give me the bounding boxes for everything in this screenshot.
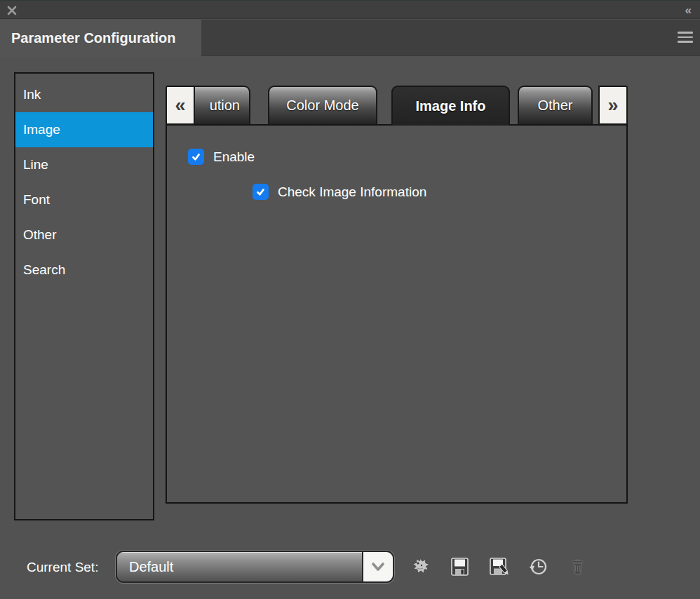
check-image-information-label: Check Image Information (278, 184, 426, 200)
settings-tab-bar: ution « Color Mode Image Info Other » (166, 86, 628, 126)
tab-scroll-left-button[interactable]: « (166, 86, 195, 125)
sidebar-item-other[interactable]: Other (15, 217, 153, 253)
sidebar-item-line[interactable]: Line (15, 147, 153, 182)
enable-checkbox[interactable] (188, 149, 204, 165)
parameter-configuration-window: « Parameter Configuration Ink Image Line… (0, 0, 700, 599)
tab-other[interactable]: Other (518, 86, 593, 124)
collapse-panel-icon[interactable]: « (685, 1, 692, 19)
enable-label: Enable (213, 149, 255, 165)
current-set-label: Current Set: (27, 560, 98, 575)
sidebar-item-ink[interactable]: Ink (15, 77, 153, 112)
enable-row: Enable (188, 149, 255, 165)
new-set-icon[interactable] (410, 556, 431, 578)
tab-color-mode[interactable]: Color Mode (268, 86, 377, 124)
current-set-dropdown[interactable]: Default (116, 551, 394, 583)
sidebar-item-search[interactable]: Search (15, 253, 153, 288)
close-icon[interactable] (6, 5, 18, 16)
tab-image-info[interactable]: Image Info (391, 86, 510, 126)
category-sidebar: Ink Image Line Font Other Search (14, 72, 154, 520)
panel-tab-strip: Parameter Configuration (0, 20, 700, 56)
check-image-information-checkbox[interactable] (253, 184, 269, 200)
menu-icon[interactable] (678, 32, 693, 43)
save-as-icon[interactable] (488, 556, 509, 578)
check-image-information-row: Check Image Information (253, 184, 426, 200)
tab-scroll-right-button[interactable]: » (598, 86, 628, 125)
save-icon[interactable] (449, 556, 470, 578)
panel-title-tab[interactable]: Parameter Configuration (0, 20, 201, 57)
history-icon[interactable] (527, 556, 548, 578)
delete-icon[interactable] (567, 556, 588, 578)
sidebar-item-image[interactable]: Image (15, 112, 153, 147)
chevron-down-icon (362, 552, 393, 581)
window-titlebar: « (0, 0, 700, 19)
dialog-body: Ink Image Line Font Other Search ution «… (0, 56, 700, 599)
sidebar-item-font[interactable]: Font (15, 182, 153, 217)
image-info-panel: Enable Check Image Information (166, 124, 628, 504)
current-set-value: Default (117, 552, 362, 581)
